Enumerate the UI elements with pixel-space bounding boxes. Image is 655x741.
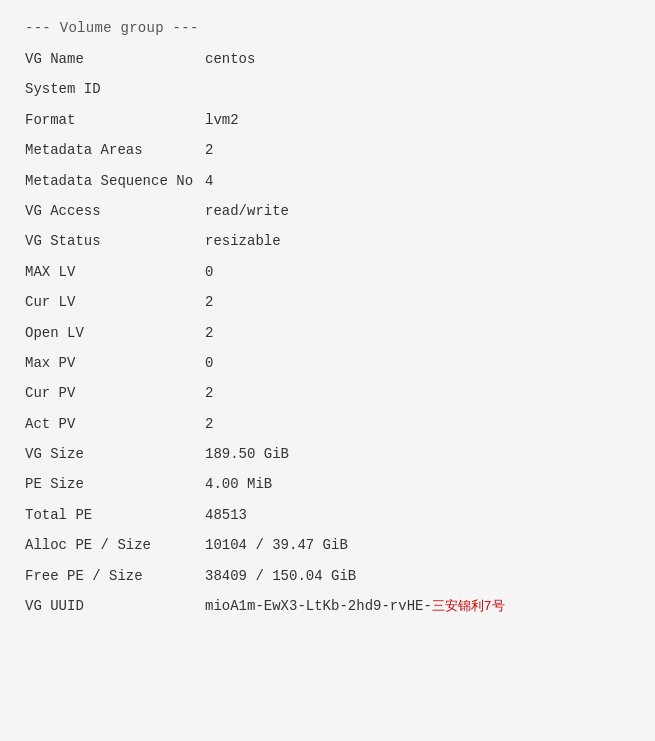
- row-value: 38409 / 150.04 GiB: [205, 565, 356, 587]
- row-label: VG Size: [25, 443, 205, 465]
- table-row: Max PV0: [25, 348, 630, 378]
- row-value: lvm2: [205, 109, 239, 131]
- row-label: VG Name: [25, 48, 205, 70]
- row-label: VG UUID: [25, 595, 205, 617]
- table-row: Metadata Areas2: [25, 135, 630, 165]
- row-label: MAX LV: [25, 261, 205, 283]
- row-label: System ID: [25, 78, 205, 100]
- row-label: VG Status: [25, 230, 205, 252]
- row-label: VG Access: [25, 200, 205, 222]
- table-row: VG UUIDmioA1m-EwX3-LtKb-2hd9-rvHE-三安锦利7号: [25, 591, 630, 622]
- row-value: 2: [205, 382, 213, 404]
- row-value: 48513: [205, 504, 247, 526]
- row-value: read/write: [205, 200, 289, 222]
- table-row: VG Accessread/write: [25, 196, 630, 226]
- table-row: PE Size4.00 MiB: [25, 469, 630, 499]
- table-row: Act PV2: [25, 409, 630, 439]
- table-row: Metadata Sequence No4: [25, 166, 630, 196]
- table-row: Free PE / Size38409 / 150.04 GiB: [25, 561, 630, 591]
- table-row: VG Namecentos: [25, 44, 630, 74]
- row-label: Metadata Sequence No: [25, 170, 205, 192]
- table-row: Open LV2: [25, 318, 630, 348]
- row-label: Format: [25, 109, 205, 131]
- row-value: 4: [205, 170, 213, 192]
- row-label: Open LV: [25, 322, 205, 344]
- row-label: PE Size: [25, 473, 205, 495]
- section-header: --- Volume group ---: [25, 20, 630, 36]
- table-row: Total PE48513: [25, 500, 630, 530]
- table-row: Cur LV2: [25, 287, 630, 317]
- table-row: Formatlvm2: [25, 105, 630, 135]
- row-label: Alloc PE / Size: [25, 534, 205, 556]
- row-value: 2: [205, 139, 213, 161]
- volume-group-container: --- Volume group --- VG NamecentosSystem…: [25, 20, 630, 622]
- row-value: 2: [205, 322, 213, 344]
- row-label: Total PE: [25, 504, 205, 526]
- row-label: Max PV: [25, 352, 205, 374]
- table-row: VG Size189.50 GiB: [25, 439, 630, 469]
- table-row: Alloc PE / Size10104 / 39.47 GiB: [25, 530, 630, 560]
- row-label: Metadata Areas: [25, 139, 205, 161]
- row-label: Cur LV: [25, 291, 205, 313]
- row-value: 2: [205, 291, 213, 313]
- table-row: System ID: [25, 74, 630, 104]
- watermark-text: 三安锦利7号: [432, 599, 505, 614]
- table-row: VG Statusresizable: [25, 226, 630, 256]
- row-label: Act PV: [25, 413, 205, 435]
- row-value: 0: [205, 261, 213, 283]
- row-value: 0: [205, 352, 213, 374]
- row-value: 2: [205, 413, 213, 435]
- row-label: Cur PV: [25, 382, 205, 404]
- table-row: MAX LV0: [25, 257, 630, 287]
- row-value: 4.00 MiB: [205, 473, 272, 495]
- row-value: centos: [205, 48, 255, 70]
- row-value: mioA1m-EwX3-LtKb-2hd9-rvHE-三安锦利7号: [205, 595, 505, 618]
- row-value: 10104 / 39.47 GiB: [205, 534, 348, 556]
- row-value: resizable: [205, 230, 281, 252]
- row-value: 189.50 GiB: [205, 443, 289, 465]
- row-label: Free PE / Size: [25, 565, 205, 587]
- table-row: Cur PV2: [25, 378, 630, 408]
